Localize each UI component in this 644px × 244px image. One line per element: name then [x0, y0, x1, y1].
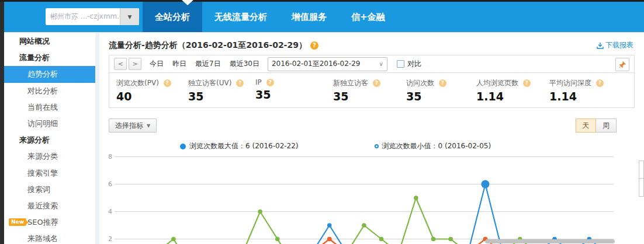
metric-value: 40: [116, 90, 188, 103]
data-point[interactable]: [171, 237, 176, 242]
max-value-data-point[interactable]: [481, 180, 489, 189]
data-point[interactable]: [414, 196, 418, 200]
y-axis-tick: 4: [99, 208, 112, 215]
metric-value: 1.14: [549, 90, 637, 103]
help-icon[interactable]: ?: [439, 79, 446, 87]
title-row: 流量分析-趋势分析（2016-02-01至2016-02-29） ? 下载报表: [109, 38, 635, 53]
data-point[interactable]: [327, 237, 332, 242]
metric-访问次数: 访问次数 ?35: [406, 78, 476, 107]
sidebar-item-SEO推荐[interactable]: NewSEO推荐: [4, 214, 95, 231]
site-selector-dropdown[interactable]: 郴州市苏 ...-czjxmm.com ▼: [46, 8, 139, 25]
quick-date-今日[interactable]: 今日: [150, 59, 164, 69]
trend-chart: 8642: [99, 151, 644, 244]
next-period-button[interactable]: >: [129, 58, 141, 70]
max-value-dot-icon: [180, 144, 186, 149]
min-value-dot-icon: [375, 144, 379, 148]
sidebar-item-对比分析[interactable]: 对比分析: [4, 83, 95, 99]
granularity-周[interactable]: 周: [596, 118, 617, 133]
tab-信+金融[interactable]: 信+金融: [339, 2, 397, 32]
select-indicator-label: 选择指标: [115, 121, 143, 131]
prev-period-button[interactable]: <: [114, 58, 127, 70]
compare-checkbox[interactable]: [397, 60, 404, 68]
download-report-label: 下载报表: [605, 40, 633, 50]
metric-新独立访客: 新独立访客 ?35: [333, 78, 406, 107]
compare-label: 对比: [407, 59, 421, 69]
sidebar-item-来源分类[interactable]: 来源分类: [4, 148, 95, 165]
tab-增值服务[interactable]: 增值服务: [279, 2, 339, 32]
help-icon[interactable]: ?: [266, 79, 274, 86]
metric-IP: IP ?35: [255, 78, 333, 107]
help-icon[interactable]: ?: [310, 41, 318, 50]
sidebar-item-趋势分析[interactable]: 趋势分析: [4, 66, 95, 82]
top-nav-bar: 郴州市苏 ...-czjxmm.com ▼ 全站分析无线流量分析增值服务信+金融: [4, 2, 644, 32]
metric-value: 1.14: [476, 90, 549, 103]
chevron-down-icon: ∨: [379, 61, 383, 67]
chevron-down-icon[interactable]: ▼: [120, 8, 139, 25]
sidebar-item-流量分析: 流量分析: [4, 50, 95, 66]
main-panel: 流量分析-趋势分析（2016-02-01至2016-02-29） ? 下载报表 …: [99, 33, 644, 244]
compare-option: 对比: [397, 59, 421, 69]
sidebar-item-网站概况: 网站概况: [4, 33, 95, 50]
granularity-toggle: 天周: [576, 118, 617, 133]
site-selector-value: 郴州市苏 ...-czjxmm.com: [46, 12, 120, 22]
sidebar: 网站概况流量分析趋势分析对比分析当前在线访问明细来源分析来源分类搜索引擎搜索词最…: [4, 33, 95, 244]
quick-date-links: 今日昨日最近7日最近30日: [150, 59, 259, 69]
tooltip-notch: [182, 0, 193, 5]
y-axis-tick: 6: [99, 180, 112, 188]
sidebar-item-当前在线[interactable]: 当前在线: [4, 99, 95, 116]
metric-平均访问深度: 平均访问深度 ?1.14: [549, 78, 637, 107]
help-icon[interactable]: ?: [596, 79, 604, 87]
sidebar-item-访问明细[interactable]: 访问明细: [4, 116, 95, 132]
main-tabs: 全站分析无线流量分析增值服务信+金融: [143, 2, 397, 32]
quick-date-最近30日[interactable]: 最近30日: [230, 59, 259, 69]
date-filter-bar: < > 今日昨日最近7日最近30日 2016-02-01至2016-02-29 …: [109, 55, 635, 73]
metric-独立访客(UV): 独立访客(UV) ?35: [188, 78, 255, 107]
data-point[interactable]: [362, 223, 366, 228]
metric-浏览次数(PV): 浏览次数(PV) ?40: [116, 78, 188, 107]
data-point[interactable]: [327, 223, 332, 228]
legend-item: 浏览次数最大值：6 (2016-02-22): [180, 141, 299, 151]
legend-item: 浏览次数最小值：0 (2016-02-05): [375, 141, 491, 151]
chart-canvas: [115, 151, 614, 244]
series-line-访问次数: [122, 198, 607, 244]
metric-value: 35: [406, 90, 476, 103]
page-title: 流量分析-趋势分析（2016-02-01至2016-02-29）: [109, 40, 307, 51]
date-range-value: 2016-02-01至2016-02-29: [272, 59, 379, 69]
sidebar-item-最近搜索[interactable]: 最近搜索: [4, 198, 95, 214]
window-top-edge: [0, 0, 644, 2]
data-point[interactable]: [275, 237, 280, 242]
sidebar-item-来源分析: 来源分析: [4, 132, 95, 148]
sidebar-item-来路域名[interactable]: 来路域名: [4, 231, 95, 244]
download-icon: [597, 42, 604, 49]
metric-value: 35: [188, 90, 255, 103]
app-window: 郴州市苏 ...-czjxmm.com ▼ 全站分析无线流量分析增值服务信+金融…: [0, 0, 644, 244]
download-report-link[interactable]: 下载报表: [597, 40, 633, 50]
select-indicator-button[interactable]: 选择指标 ▼: [109, 118, 157, 133]
help-icon[interactable]: ?: [164, 79, 171, 87]
pushpin-icon: [618, 61, 626, 69]
y-axis-tick: 2: [99, 235, 112, 243]
data-point[interactable]: [258, 210, 262, 214]
tab-全站分析[interactable]: 全站分析: [143, 2, 202, 32]
sidebar-item-搜索引擎[interactable]: 搜索引擎: [4, 165, 95, 182]
help-icon[interactable]: ?: [373, 79, 380, 87]
metric-人均浏览页数: 人均浏览页数 ?1.14: [476, 78, 549, 107]
series-line-浏览次数(PV): [122, 184, 607, 244]
tab-无线流量分析[interactable]: 无线流量分析: [202, 2, 279, 32]
horizontal-scrollbar[interactable]: [485, 239, 615, 243]
vertical-scrollbar[interactable]: [639, 161, 644, 197]
new-badge: New: [9, 218, 26, 226]
data-point[interactable]: [379, 237, 384, 242]
quick-date-最近7日[interactable]: 最近7日: [195, 59, 221, 69]
help-icon[interactable]: ?: [236, 79, 244, 87]
help-icon[interactable]: ?: [523, 79, 531, 87]
metric-value: 35: [333, 90, 406, 103]
window-left-edge: [0, 0, 4, 244]
date-range-select[interactable]: 2016-02-01至2016-02-29 ∨: [268, 57, 387, 71]
data-point[interactable]: [448, 237, 453, 242]
granularity-天[interactable]: 天: [576, 118, 596, 133]
pin-button[interactable]: [615, 58, 629, 71]
quick-date-昨日[interactable]: 昨日: [172, 59, 186, 69]
sidebar-item-搜索词[interactable]: 搜索词: [4, 182, 95, 198]
data-point[interactable]: [431, 237, 436, 242]
